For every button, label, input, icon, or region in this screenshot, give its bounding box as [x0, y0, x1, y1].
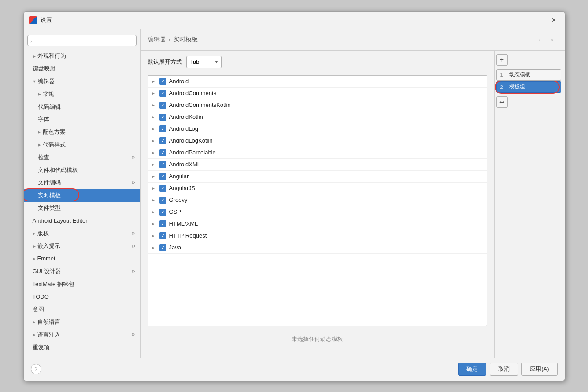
default-mode-label: 默认展开方式 [148, 58, 182, 66]
template-group-angular[interactable]: ▶ ✓ Angular [148, 171, 487, 183]
group-name-label: AndroidLogKotlin [169, 137, 213, 144]
checked-icon: ✓ [159, 90, 166, 97]
sidebar-item-color-scheme[interactable]: 配色方案 [24, 126, 140, 139]
sidebar-item-label: 常规 [43, 90, 54, 99]
expand-arrow-icon: ▶ [152, 210, 157, 214]
sidebar-item-file-types[interactable]: 文件类型 [24, 202, 140, 215]
expand-arrow-icon: ▶ [152, 198, 157, 202]
app-icon [29, 16, 37, 24]
template-group-androidlog[interactable]: ▶ ✓ AndroidLog [148, 123, 487, 135]
template-group-htmlxml[interactable]: ▶ ✓ HTML/XML [148, 218, 487, 230]
checked-icon: ✓ [159, 137, 166, 144]
sidebar-item-file-template[interactable]: 文件和代码模板 [24, 164, 140, 177]
sidebar-item-label: 嵌入提示 [37, 242, 60, 251]
action-btn-live-template[interactable]: 1 动态模板 [496, 69, 561, 81]
no-template-message: 未选择任何动态模板 [292, 335, 343, 343]
template-group-androidcomments[interactable]: ▶ ✓ AndroidComments [148, 88, 487, 99]
expand-arrow-icon: ▶ [152, 186, 157, 191]
search-input[interactable] [35, 37, 133, 44]
sidebar-item-copyright[interactable]: 版权 ⚙ [24, 227, 140, 240]
template-group-androidlogkotlin[interactable]: ▶ ✓ AndroidLogKotlin [148, 135, 487, 147]
nav-forward-button[interactable]: › [547, 34, 558, 45]
sidebar-item-code-editing[interactable]: 代码编辑 [24, 101, 140, 114]
sidebar-item-textmate[interactable]: TextMate 捆绑包 [24, 278, 140, 291]
add-button[interactable]: + [496, 54, 508, 66]
cancel-button[interactable]: 取消 [490, 363, 518, 376]
sidebar-item-label: 重复项 [33, 343, 50, 352]
sidebar-item-duplicates[interactable]: 重复项 [24, 341, 140, 354]
sidebar-item-font[interactable]: 字体 [24, 113, 140, 126]
template-group-androidcommentskotlin[interactable]: ▶ ✓ AndroidCommentsKotlin [148, 99, 487, 111]
revert-button[interactable]: ↩ [496, 96, 508, 108]
sidebar-item-editor[interactable]: 编辑器 [24, 75, 140, 88]
expand-arrow-icon: ▶ [152, 139, 157, 143]
close-button[interactable]: × [549, 15, 559, 26]
template-group-androidxml[interactable]: ▶ ✓ AndroidXML [148, 159, 487, 171]
group-name-label: Java [169, 244, 181, 251]
sidebar-item-code-style[interactable]: 代码样式 [24, 139, 140, 151]
sidebar-item-label: GUI 设计器 [33, 267, 62, 276]
sidebar-item-todo[interactable]: TODO [24, 291, 140, 304]
group-name-label: Angular [169, 173, 189, 180]
help-button[interactable]: ? [31, 364, 41, 374]
sidebar-item-appearance[interactable]: 外观和行为 [24, 50, 140, 62]
sidebar-item-label: TODO [33, 293, 49, 302]
badge-icon: ⚙ [130, 332, 137, 338]
sidebar-item-emmet[interactable]: Emmet [24, 253, 140, 265]
group-name-label: HTML/XML [169, 220, 198, 227]
sidebar-item-inlay-hints[interactable]: 嵌入提示 ⚙ [24, 240, 140, 253]
sidebar-item-gui-designer[interactable]: GUI 设计器 ⚙ [24, 265, 140, 278]
confirm-button[interactable]: 确定 [458, 363, 486, 376]
breadcrumb-separator: › [169, 36, 171, 43]
apply-button[interactable]: 应用(A) [521, 363, 557, 376]
dialog-footer: ? 确定 取消 应用(A) [24, 358, 565, 381]
sidebar-item-label: 意图 [33, 305, 44, 314]
badge-icon: ⚙ [130, 154, 137, 161]
checked-icon: ✓ [159, 244, 166, 251]
sidebar-item-inspection[interactable]: 检查 ⚙ [24, 151, 140, 164]
sidebar-item-android-layout[interactable]: Android Layout Editor [24, 215, 140, 227]
template-group-angularjs[interactable]: ▶ ✓ AngularJS [148, 183, 487, 194]
template-group-gsp[interactable]: ▶ ✓ GSP [148, 206, 487, 218]
sidebar-item-language-injection[interactable]: 语言注入 ⚙ [24, 329, 140, 341]
sidebar-item-label: TextMate 捆绑包 [33, 280, 74, 289]
action-btn-template-group[interactable]: 2 模板组... [496, 81, 561, 93]
sidebar-item-file-encoding[interactable]: 文件编码 ⚙ [24, 176, 140, 189]
sidebar-item-label: 文件和代码模板 [38, 166, 78, 175]
template-group-android[interactable]: ▶ ✓ Android [148, 76, 487, 88]
sidebar-item-label: 配色方案 [43, 128, 66, 137]
template-group-java[interactable]: ▶ ✓ Java [148, 242, 487, 254]
settings-dialog: 设置 × ⌕ 外观和行为 键盘映射 编辑器 常规 代码编辑 [23, 11, 565, 381]
badge-icon: ⚙ [130, 268, 137, 275]
group-name-label: HTTP Request [169, 232, 207, 239]
sidebar: ⌕ 外观和行为 键盘映射 编辑器 常规 代码编辑 字体 配 [24, 29, 141, 358]
checked-icon: ✓ [159, 125, 166, 132]
group-name-label: AndroidCommentsKotlin [169, 102, 231, 108]
group-name-label: Groovy [169, 197, 188, 203]
template-group-httprequest[interactable]: ▶ ✓ HTTP Request [148, 230, 487, 242]
footer-left: ? [31, 364, 41, 374]
mode-select[interactable]: Tab Enter Space [186, 56, 222, 68]
sidebar-item-general[interactable]: 常规 [24, 88, 140, 101]
sidebar-item-label: 代码编辑 [38, 103, 61, 112]
expand-arrow-icon: ▶ [152, 150, 157, 155]
default-mode-row: 默认展开方式 Tab Enter Space ▼ [148, 56, 487, 68]
template-group-androidparcelable[interactable]: ▶ ✓ AndroidParcelable [148, 147, 487, 159]
sidebar-item-keymap[interactable]: 键盘映射 [24, 62, 140, 75]
template-group-groovy[interactable]: ▶ ✓ Groovy [148, 194, 487, 206]
template-list[interactable]: ▶ ✓ Android ▶ ✓ AndroidComments ▶ ✓ [148, 75, 487, 326]
sidebar-item-natural-language[interactable]: 自然语言 [24, 316, 140, 329]
template-group-androidkotlin[interactable]: ▶ ✓ AndroidKotlin [148, 111, 487, 123]
sidebar-item-live-templates[interactable]: 实时模板 [24, 189, 140, 202]
sidebar-item-intentions[interactable]: 意图 [24, 303, 140, 316]
expand-arrow-icon: ▶ [152, 174, 157, 179]
expand-arrow-icon: ▶ [152, 245, 157, 250]
nav-back-button[interactable]: ‹ [535, 34, 545, 45]
checked-icon: ✓ [159, 232, 166, 239]
checked-icon: ✓ [159, 209, 166, 216]
nav-arrows: ‹ › [535, 34, 558, 45]
main-panel: 编辑器 › 实时模板 ‹ › 默认展开方式 [141, 29, 565, 358]
sidebar-item-label: Android Layout Editor [33, 216, 88, 226]
sidebar-item-label: 代码样式 [43, 140, 66, 150]
search-box[interactable]: ⌕ [27, 35, 137, 47]
